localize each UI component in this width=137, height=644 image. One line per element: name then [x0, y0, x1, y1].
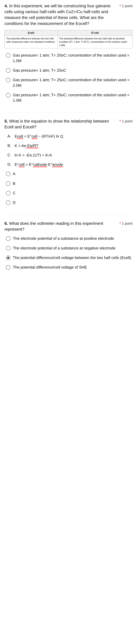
eq-c-text: ln K = -Ea (1/T) + ln A	[14, 152, 52, 158]
q5-points: * 1 point	[120, 118, 133, 124]
eq-a-text: Ecell = E°cell − (RT/nF) ln Q	[14, 134, 63, 139]
q6-star: *	[120, 221, 121, 226]
q4-option-3[interactable]: Gas pressure= 1 atm; T= 25oC; concentrat…	[4, 77, 133, 88]
table-cell-ecell-def: The potential difference between the two…	[4, 36, 58, 48]
q4-option-1[interactable]: Gas pressure= 1 atm; T= 20oC; concentrat…	[4, 52, 133, 64]
eq-d-label: D.	[7, 162, 12, 167]
q6-radio-2[interactable]	[6, 246, 10, 250]
q6-option-4[interactable]: The potential difference/cell voltage of…	[4, 264, 133, 270]
q5-option-a[interactable]: A	[4, 171, 133, 176]
q4-option-3-text: Gas pressure= 1 atm; T= 25oC; concentrat…	[13, 77, 133, 88]
q4-radio-1[interactable]	[6, 53, 10, 58]
q4-radio-4[interactable]	[6, 93, 10, 97]
eq-b: B. K = Ae-Ea/RT	[6, 143, 133, 149]
q5-point-label: 1 point	[122, 119, 133, 124]
q5-option-d-text: D	[13, 200, 16, 205]
q6-point-label: 1 point	[122, 221, 133, 226]
q6-option-1-text: The electrode potential of a substance a…	[13, 236, 114, 241]
q6-radio-4[interactable]	[6, 265, 10, 270]
q6-number: 6.	[4, 221, 8, 226]
eq-c-label: C.	[7, 152, 12, 158]
q6-text: 6. What does the voltmeter reading in th…	[4, 220, 118, 232]
question-6: 6. What does the voltmeter reading in th…	[4, 220, 133, 270]
eq-d-text: E°cell = E°cathode-E°anode	[14, 162, 63, 168]
eq-a: A. Ecell = E°cell − (RT/nF) ln Q	[6, 134, 133, 139]
eq-b-label: B.	[7, 143, 12, 148]
q4-radio-2[interactable]	[6, 68, 10, 73]
q5-option-c[interactable]: C	[4, 190, 133, 196]
divider-1	[4, 112, 133, 112]
q5-radio-b[interactable]	[6, 182, 10, 186]
table-cell-eocell-def: The potential difference between the two…	[57, 36, 133, 48]
q5-option-b-text: B	[13, 181, 15, 186]
q6-option-2-text: The electrode potential of a substance a…	[13, 246, 115, 251]
q6-points: * 1 point	[120, 221, 133, 226]
q4-option-4[interactable]: Gas pressure= 1 atm; T= 25oC; concentrat…	[4, 92, 133, 103]
q4-number: 4.	[4, 4, 8, 8]
q6-option-3[interactable]: The potential difference/cell voltage be…	[4, 255, 133, 260]
q4-option-1-text: Gas pressure= 1 atm; T= 20oC; concentrat…	[13, 52, 133, 64]
q5-star: *	[120, 118, 121, 124]
q5-radio-d[interactable]	[6, 200, 10, 205]
q5-option-c-text: C	[13, 190, 16, 196]
q6-option-3-text: The potential difference/cell voltage be…	[13, 255, 131, 260]
q5-option-b[interactable]: B	[4, 181, 133, 186]
eq-b-text: K = Ae-Ea/RT	[14, 143, 38, 149]
q6-option-1[interactable]: The electrode potential of a substance a…	[4, 236, 133, 241]
q5-option-a-text: A	[13, 171, 15, 176]
q5-radio-c[interactable]	[6, 191, 10, 196]
eq-c: C. ln K = -Ea (1/T) + ln A	[6, 152, 133, 158]
q5-number: 5.	[4, 119, 8, 124]
q4-option-4-text: Gas pressure= 1 atm; T= 25oC; concentrat…	[13, 92, 133, 103]
q6-radio-3[interactable]	[6, 256, 10, 260]
equations-list: A. Ecell = E°cell − (RT/nF) ln Q B. K = …	[4, 134, 133, 168]
q4-star: *	[120, 3, 121, 9]
question-5: 5. What is the equation to show the rela…	[4, 118, 133, 206]
q4-point-label: 1 point	[122, 4, 133, 8]
q6-body: What does the voltmeter reading in this …	[4, 221, 103, 232]
q5-header: 5. What is the equation to show the rela…	[4, 118, 133, 130]
q5-body: What is the equation to show the relatio…	[4, 119, 109, 129]
q4-radio-3[interactable]	[6, 78, 10, 82]
q4-option-2[interactable]: Gas pressure= 1 atm; T= 25oC	[4, 68, 133, 73]
q6-radio-1[interactable]	[6, 236, 10, 241]
q4-header: 4. In this experiment, we will be constr…	[4, 3, 133, 26]
q5-option-d[interactable]: D	[4, 200, 133, 205]
eq-d: D. E°cell = E°cathode-E°anode	[6, 162, 133, 168]
q6-option-4-text: The potential difference/cell voltage of…	[13, 264, 87, 270]
q4-option-2-text: Gas pressure= 1 atm; T= 25oC	[13, 68, 66, 73]
q6-option-2[interactable]: The electrode potential of a substance a…	[4, 246, 133, 251]
q5-radio-a[interactable]	[6, 172, 10, 176]
q4-table: Ecell E°cell The potential difference be…	[4, 30, 133, 48]
q4-text: 4. In this experiment, we will be constr…	[4, 3, 118, 26]
question-4: 4. In this experiment, we will be constr…	[4, 3, 133, 103]
q4-body: In this experiment, we will be construct…	[4, 4, 111, 26]
eq-a-label: A.	[7, 134, 12, 139]
table-header-ecell: Ecell	[4, 30, 58, 36]
q4-points: * 1 point	[120, 3, 133, 9]
q5-text: 5. What is the equation to show the rela…	[4, 118, 118, 130]
q6-header: 6. What does the voltmeter reading in th…	[4, 220, 133, 232]
divider-2	[4, 214, 133, 214]
table-header-eocell: E°cell	[57, 30, 133, 36]
